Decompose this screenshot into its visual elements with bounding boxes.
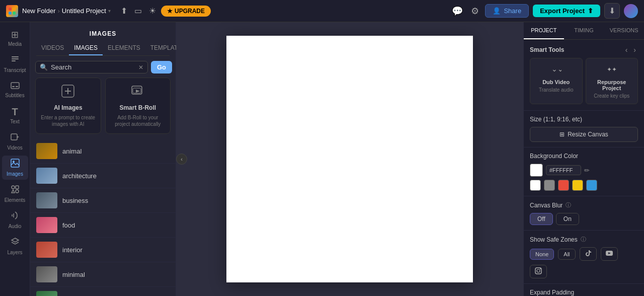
right-panel: PROJECT TIMING VERSIONS Smart Tools ‹ › … bbox=[523, 22, 644, 296]
category-thumb-food bbox=[36, 217, 57, 233]
ai-images-desc: Enter a prompt to create images with AI bbox=[40, 114, 97, 127]
svg-marker-11 bbox=[17, 136, 19, 138]
category-list: animal architecture business food interi… bbox=[30, 139, 176, 296]
tab-versions[interactable]: VERSIONS bbox=[604, 22, 644, 39]
dub-video-card[interactable]: ⌄⌄ Dub Video Translate audio bbox=[530, 58, 583, 104]
export-button[interactable]: Export Project ⬆ bbox=[533, 5, 600, 17]
category-thumb-business bbox=[36, 192, 57, 208]
resize-canvas-button[interactable]: ⊞ Resize Canvas bbox=[530, 127, 638, 142]
color-hex-input[interactable] bbox=[546, 165, 581, 175]
audio-icon bbox=[11, 211, 20, 223]
svg-marker-24 bbox=[136, 90, 140, 93]
canvas-blur-label: Canvas Blur ⓘ bbox=[530, 201, 638, 209]
sidebar-item-images[interactable]: Images bbox=[2, 156, 28, 180]
share-upload-icon[interactable]: ⬆ bbox=[119, 4, 129, 18]
collapse-panel-button[interactable]: ‹ bbox=[176, 154, 187, 165]
smart-tools-label: Smart Tools bbox=[530, 46, 564, 53]
list-item[interactable]: architecture bbox=[30, 164, 176, 188]
color-swatch-gray[interactable] bbox=[544, 180, 555, 191]
color-preview[interactable] bbox=[530, 164, 543, 177]
list-item[interactable]: interior bbox=[30, 238, 176, 262]
svg-point-30 bbox=[537, 269, 540, 272]
search-icon: 🔍 bbox=[40, 63, 48, 71]
svg-rect-6 bbox=[12, 60, 16, 61]
sidebar-item-layers[interactable]: Layers bbox=[2, 234, 28, 258]
tab-elements[interactable]: ELEMENTS bbox=[103, 41, 145, 55]
color-swatch-blue[interactable] bbox=[586, 180, 597, 191]
list-item[interactable]: food bbox=[30, 213, 176, 238]
svg-rect-4 bbox=[12, 56, 19, 57]
color-swatch-white[interactable] bbox=[530, 180, 541, 191]
category-thumb-nature bbox=[36, 291, 57, 296]
tab-timing[interactable]: TIMING bbox=[564, 22, 604, 39]
list-item[interactable]: minimal bbox=[30, 262, 176, 287]
sidebar-item-audio[interactable]: Audio bbox=[2, 208, 28, 232]
transcript-icon bbox=[11, 55, 20, 66]
category-label-minimal: minimal bbox=[62, 271, 85, 278]
media-icon: ⊞ bbox=[11, 29, 19, 40]
tab-videos[interactable]: VIDEOS bbox=[36, 41, 69, 55]
monitor-icon[interactable]: ▭ bbox=[132, 4, 144, 18]
category-thumb-architecture bbox=[36, 168, 57, 184]
search-clear-button[interactable]: ✕ bbox=[138, 64, 143, 71]
svg-rect-1 bbox=[13, 8, 16, 11]
repurpose-icon: ✦✦ bbox=[606, 63, 617, 77]
topbar-right-actions: 💬 ⚙ 👤 Share Export Project ⬆ ⬇ bbox=[450, 3, 638, 19]
brightness-icon[interactable]: ☀ bbox=[147, 4, 158, 18]
safe-zone-youtube-button[interactable] bbox=[601, 247, 618, 261]
share-button[interactable]: 👤 Share bbox=[485, 4, 529, 18]
download-button[interactable]: ⬇ bbox=[604, 3, 620, 19]
nav-prev-button[interactable]: ‹ bbox=[623, 45, 630, 55]
canvas-area bbox=[176, 22, 523, 296]
svg-rect-8 bbox=[12, 86, 15, 87]
tab-project[interactable]: PROJECT bbox=[524, 22, 564, 39]
upgrade-button[interactable]: ★ UPGRADE bbox=[161, 6, 211, 17]
category-label-interior: interior bbox=[62, 246, 83, 254]
chevron-down-icon[interactable]: ▾ bbox=[108, 8, 111, 14]
color-swatch-yellow[interactable] bbox=[572, 180, 583, 191]
safe-zone-none-button[interactable]: None bbox=[530, 249, 554, 260]
sidebar-item-elements[interactable]: Elements bbox=[2, 182, 28, 206]
smart-broll-card[interactable]: Smart B-Roll Add B-Roll to your project … bbox=[105, 78, 171, 134]
sidebar-item-transcript[interactable]: Transcript bbox=[2, 52, 28, 76]
tab-images[interactable]: IMAGES bbox=[69, 41, 103, 55]
list-item[interactable]: animal bbox=[30, 139, 176, 164]
search-input[interactable] bbox=[51, 63, 135, 71]
go-button[interactable]: Go bbox=[151, 61, 172, 73]
dub-video-icon: ⌄⌄ bbox=[550, 63, 561, 77]
nav-arrows: ‹ › bbox=[623, 45, 638, 55]
safe-zone-instagram-button[interactable] bbox=[530, 265, 547, 278]
images-icon bbox=[11, 159, 20, 170]
ai-cards-row: AI Images Enter a prompt to create image… bbox=[30, 78, 176, 139]
safe-zone-all-button[interactable]: All bbox=[558, 249, 575, 260]
safe-zone-tiktok-button[interactable] bbox=[580, 247, 597, 261]
sidebar-item-text[interactable]: T Text bbox=[2, 103, 28, 127]
settings-icon[interactable]: ⚙ bbox=[469, 4, 481, 19]
category-label-architecture: architecture bbox=[62, 172, 97, 180]
export-icon: ⬆ bbox=[588, 7, 593, 15]
ai-images-card[interactable]: AI Images Enter a prompt to create image… bbox=[35, 78, 101, 134]
sidebar-item-media[interactable]: ⊞ Media bbox=[2, 26, 28, 50]
category-label-animal: animal bbox=[62, 147, 82, 155]
comments-icon[interactable]: 💬 bbox=[450, 4, 465, 19]
folder-name[interactable]: New Folder bbox=[22, 7, 55, 15]
svg-marker-18 bbox=[12, 238, 19, 242]
category-thumb-animal bbox=[36, 143, 57, 159]
logo bbox=[6, 5, 18, 17]
project-name[interactable]: Untitled Project bbox=[62, 7, 106, 15]
repurpose-project-card[interactable]: ✦✦ Repurpose Project Create key clips bbox=[586, 58, 638, 104]
subtitles-icon bbox=[11, 81, 20, 92]
sidebar-item-subtitles[interactable]: Subtitles bbox=[2, 78, 28, 101]
pen-icon[interactable]: ✏ bbox=[584, 167, 590, 174]
blur-toggle-row: Off On bbox=[530, 213, 638, 225]
list-item[interactable]: business bbox=[30, 188, 176, 213]
blur-on-button[interactable]: On bbox=[556, 213, 579, 225]
color-swatch-red[interactable] bbox=[558, 180, 569, 191]
list-item[interactable]: nature bbox=[30, 287, 176, 296]
blur-off-button[interactable]: Off bbox=[530, 213, 553, 225]
size-section: Size (1:1, 9:16, etc) ⊞ Resize Canvas bbox=[524, 110, 644, 147]
svg-rect-15 bbox=[16, 186, 19, 189]
smart-tools-header: Smart Tools ‹ › bbox=[524, 40, 644, 58]
nav-next-button[interactable]: › bbox=[631, 45, 638, 55]
sidebar-item-videos[interactable]: Videos bbox=[2, 129, 28, 154]
